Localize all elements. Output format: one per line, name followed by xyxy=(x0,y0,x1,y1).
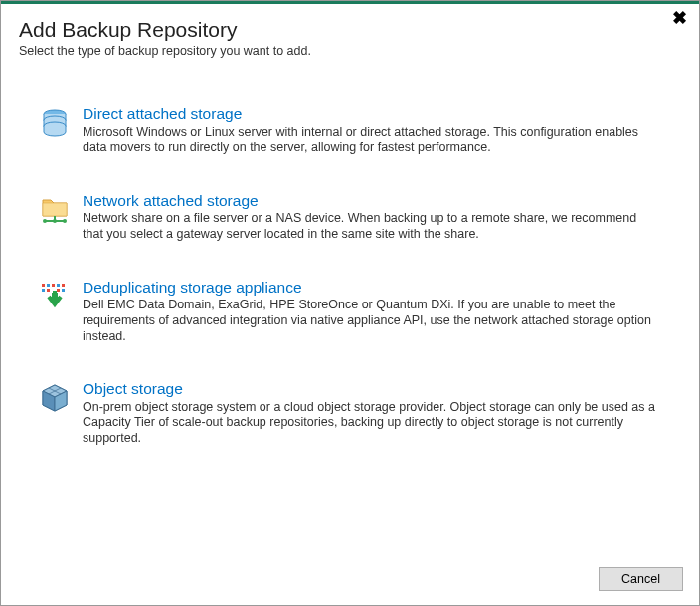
svg-rect-16 xyxy=(62,289,65,292)
cancel-button[interactable]: Cancel xyxy=(599,567,683,591)
option-title: Object storage xyxy=(83,380,659,399)
option-network-attached-storage[interactable]: Network attached storage Network share o… xyxy=(39,192,669,243)
svg-rect-9 xyxy=(47,284,50,287)
options-list: Direct attached storage Microsoft Window… xyxy=(1,66,699,493)
dialog-subtitle: Select the type of backup repository you… xyxy=(19,44,681,58)
svg-point-5 xyxy=(43,219,47,223)
close-button[interactable]: ✖ xyxy=(672,9,687,27)
svg-rect-11 xyxy=(57,284,60,287)
option-deduplicating-appliance[interactable]: Deduplicating storage appliance Dell EMC… xyxy=(39,279,669,344)
option-desc: Dell EMC Data Domain, ExaGrid, HPE Store… xyxy=(83,298,659,344)
option-object-storage[interactable]: Object storage On-prem object storage sy… xyxy=(39,380,669,446)
svg-point-6 xyxy=(63,219,67,223)
option-title: Direct attached storage xyxy=(83,105,659,124)
option-desc: On-prem object storage system or a cloud… xyxy=(83,400,659,447)
dedup-icon xyxy=(39,281,71,312)
option-text: Deduplicating storage appliance Dell EMC… xyxy=(83,279,669,344)
dialog-title: Add Backup Repository xyxy=(19,18,681,42)
network-folder-icon xyxy=(39,194,71,226)
disk-stack-icon xyxy=(39,107,71,139)
cube-icon xyxy=(39,382,71,414)
option-title: Deduplicating storage appliance xyxy=(83,279,659,298)
svg-rect-8 xyxy=(42,284,45,287)
svg-rect-15 xyxy=(57,289,60,292)
option-direct-attached-storage[interactable]: Direct attached storage Microsoft Window… xyxy=(39,105,669,156)
option-text: Direct attached storage Microsoft Window… xyxy=(83,105,669,156)
dialog-header: Add Backup Repository Select the type of… xyxy=(1,4,699,66)
svg-rect-10 xyxy=(52,284,55,287)
option-title: Network attached storage xyxy=(83,192,659,211)
svg-point-7 xyxy=(53,219,57,223)
svg-rect-13 xyxy=(42,289,45,292)
svg-rect-14 xyxy=(47,289,50,292)
dialog-footer: Cancel xyxy=(599,567,683,591)
option-text: Network attached storage Network share o… xyxy=(83,192,669,243)
option-desc: Microsoft Windows or Linux server with i… xyxy=(83,125,659,156)
option-text: Object storage On-prem object storage sy… xyxy=(83,380,669,446)
svg-rect-12 xyxy=(62,284,65,287)
option-desc: Network share on a file server or a NAS … xyxy=(83,211,659,242)
